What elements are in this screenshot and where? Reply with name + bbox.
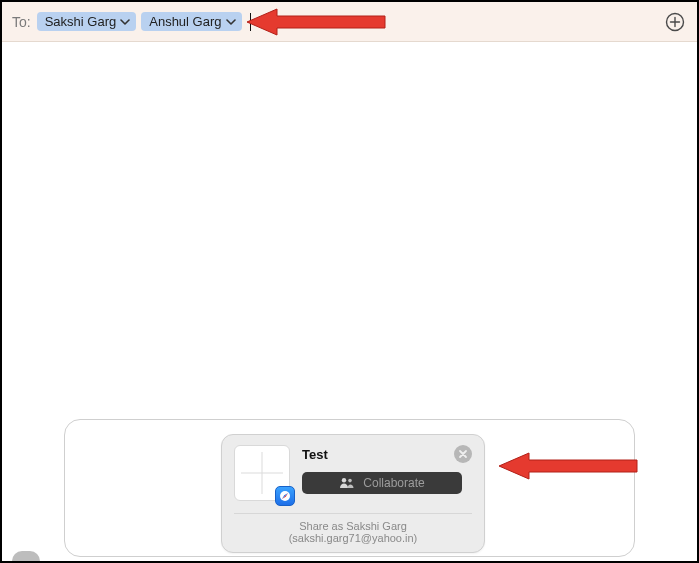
collaborate-button[interactable]: Collaborate [302, 472, 462, 494]
recipient-name: Sakshi Garg [45, 14, 117, 29]
close-button[interactable] [454, 445, 472, 463]
share-card-row: Test Collaborate [234, 445, 472, 501]
safari-icon [275, 486, 295, 506]
to-label: To: [12, 14, 31, 30]
recipient-name: Anshul Garg [149, 14, 221, 29]
svg-point-2 [342, 478, 346, 482]
share-card: Test Collaborate Share as Sakshi Garg (s… [221, 434, 485, 553]
share-item-title: Test [302, 447, 448, 462]
svg-marker-4 [247, 9, 385, 35]
share-as-text: Share as Sakshi Garg (sakshi.garg71@yaho… [234, 513, 472, 544]
collaborate-label: Collaborate [363, 476, 424, 490]
tab-group-thumbnail[interactable] [234, 445, 290, 501]
recipient-chip[interactable]: Anshul Garg [141, 12, 241, 31]
svg-point-3 [349, 479, 353, 483]
annotation-arrow-top [247, 6, 387, 38]
chevron-down-icon [120, 17, 130, 27]
annotation-arrow-bottom [499, 450, 639, 482]
scroll-to-bottom-button[interactable] [12, 551, 40, 563]
svg-marker-5 [499, 453, 637, 479]
recipient-chip[interactable]: Sakshi Garg [37, 12, 137, 31]
people-icon [339, 477, 355, 489]
share-card-body: Test Collaborate [302, 445, 448, 494]
add-recipient-button[interactable] [663, 10, 687, 34]
chevron-down-icon [226, 17, 236, 27]
